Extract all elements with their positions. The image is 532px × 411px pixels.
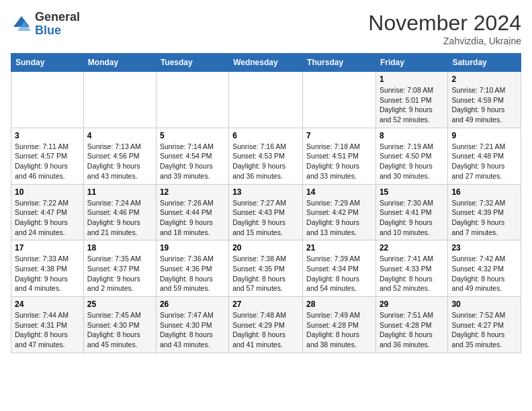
calendar-cell: 22Sunrise: 7:41 AM Sunset: 4:33 PM Dayli… (375, 240, 447, 297)
calendar-cell: 8Sunrise: 7:19 AM Sunset: 4:50 PM Daylig… (375, 128, 447, 184)
week-row-2: 3Sunrise: 7:11 AM Sunset: 4:57 PM Daylig… (11, 128, 521, 184)
week-row-1: 1Sunrise: 7:08 AM Sunset: 5:01 PM Daylig… (11, 72, 521, 128)
calendar-cell: 2Sunrise: 7:10 AM Sunset: 4:59 PM Daylig… (448, 72, 521, 128)
logo-text: General Blue (35, 11, 80, 38)
day-number: 6 (232, 131, 299, 140)
calendar-cell: 16Sunrise: 7:32 AM Sunset: 4:39 PM Dayli… (448, 184, 521, 240)
day-number: 12 (160, 187, 225, 197)
week-row-3: 10Sunrise: 7:22 AM Sunset: 4:47 PM Dayli… (11, 184, 521, 240)
calendar-cell (303, 72, 376, 128)
day-number: 16 (451, 187, 517, 197)
calendar-cell: 12Sunrise: 7:26 AM Sunset: 4:44 PM Dayli… (156, 184, 228, 240)
week-row-4: 17Sunrise: 7:33 AM Sunset: 4:38 PM Dayli… (11, 240, 521, 297)
day-number: 22 (380, 243, 444, 253)
calendar-cell: 15Sunrise: 7:30 AM Sunset: 4:41 PM Dayli… (375, 184, 447, 240)
calendar-cell: 24Sunrise: 7:44 AM Sunset: 4:31 PM Dayli… (11, 297, 84, 353)
calendar-cell: 28Sunrise: 7:49 AM Sunset: 4:28 PM Dayli… (303, 297, 376, 353)
day-number: 29 (380, 300, 444, 309)
calendar-cell: 29Sunrise: 7:51 AM Sunset: 4:28 PM Dayli… (375, 297, 447, 353)
day-info: Sunrise: 7:27 AM Sunset: 4:43 PM Dayligh… (232, 199, 286, 236)
day-number: 17 (15, 243, 80, 253)
weekday-header-saturday: Saturday (448, 54, 521, 72)
day-info: Sunrise: 7:38 AM Sunset: 4:35 PM Dayligh… (232, 255, 286, 292)
day-number: 2 (451, 75, 517, 84)
weekday-header-row: SundayMondayTuesdayWednesdayThursdayFrid… (11, 54, 521, 72)
day-info: Sunrise: 7:26 AM Sunset: 4:44 PM Dayligh… (160, 199, 214, 236)
calendar-cell: 7Sunrise: 7:18 AM Sunset: 4:51 PM Daylig… (303, 128, 376, 184)
day-info: Sunrise: 7:21 AM Sunset: 4:48 PM Dayligh… (451, 142, 505, 180)
calendar-cell (229, 72, 303, 128)
day-number: 19 (160, 243, 225, 253)
calendar-cell: 27Sunrise: 7:48 AM Sunset: 4:29 PM Dayli… (229, 297, 303, 353)
logo-blue: Blue (35, 24, 80, 38)
calendar-cell: 30Sunrise: 7:52 AM Sunset: 4:27 PM Dayli… (448, 297, 521, 353)
calendar-cell: 20Sunrise: 7:38 AM Sunset: 4:35 PM Dayli… (229, 240, 303, 297)
calendar-cell: 14Sunrise: 7:29 AM Sunset: 4:42 PM Dayli… (303, 184, 376, 240)
calendar-cell: 4Sunrise: 7:13 AM Sunset: 4:56 PM Daylig… (83, 128, 156, 184)
day-number: 4 (87, 131, 152, 140)
day-info: Sunrise: 7:42 AM Sunset: 4:32 PM Dayligh… (451, 255, 505, 292)
weekday-header-thursday: Thursday (303, 54, 376, 72)
day-number: 11 (87, 187, 152, 197)
calendar-cell: 9Sunrise: 7:21 AM Sunset: 4:48 PM Daylig… (448, 128, 521, 184)
day-number: 30 (451, 300, 517, 309)
day-info: Sunrise: 7:45 AM Sunset: 4:30 PM Dayligh… (87, 311, 141, 349)
day-number: 9 (451, 131, 517, 140)
day-info: Sunrise: 7:44 AM Sunset: 4:31 PM Dayligh… (15, 311, 69, 349)
day-number: 1 (380, 75, 444, 84)
day-info: Sunrise: 7:11 AM Sunset: 4:57 PM Dayligh… (15, 142, 69, 180)
calendar-cell: 19Sunrise: 7:36 AM Sunset: 4:36 PM Dayli… (156, 240, 228, 297)
calendar-cell (83, 72, 156, 128)
calendar-cell: 21Sunrise: 7:39 AM Sunset: 4:34 PM Dayli… (303, 240, 376, 297)
calendar-cell: 13Sunrise: 7:27 AM Sunset: 4:43 PM Dayli… (229, 184, 303, 240)
day-info: Sunrise: 7:33 AM Sunset: 4:38 PM Dayligh… (15, 255, 69, 292)
calendar-cell: 3Sunrise: 7:11 AM Sunset: 4:57 PM Daylig… (11, 128, 84, 184)
day-number: 21 (306, 243, 372, 253)
day-number: 23 (451, 243, 517, 253)
day-number: 20 (232, 243, 299, 253)
logo-icon (11, 13, 32, 35)
page-header: General Blue November 2024 Zahvizdia, Uk… (11, 11, 521, 46)
day-info: Sunrise: 7:29 AM Sunset: 4:42 PM Dayligh… (306, 199, 360, 236)
logo: General Blue (11, 11, 80, 38)
day-info: Sunrise: 7:51 AM Sunset: 4:28 PM Dayligh… (380, 311, 433, 349)
day-info: Sunrise: 7:18 AM Sunset: 4:51 PM Dayligh… (306, 142, 360, 180)
day-number: 5 (160, 131, 225, 140)
calendar-cell: 1Sunrise: 7:08 AM Sunset: 5:01 PM Daylig… (375, 72, 447, 128)
day-info: Sunrise: 7:32 AM Sunset: 4:39 PM Dayligh… (451, 199, 505, 236)
day-info: Sunrise: 7:24 AM Sunset: 4:46 PM Dayligh… (87, 199, 141, 236)
calendar-cell (11, 72, 84, 128)
weekday-header-wednesday: Wednesday (229, 54, 303, 72)
day-info: Sunrise: 7:35 AM Sunset: 4:37 PM Dayligh… (87, 255, 141, 292)
day-info: Sunrise: 7:49 AM Sunset: 4:28 PM Dayligh… (306, 311, 360, 349)
calendar-cell (156, 72, 228, 128)
day-info: Sunrise: 7:08 AM Sunset: 5:01 PM Dayligh… (380, 86, 433, 124)
day-number: 18 (87, 243, 152, 253)
day-info: Sunrise: 7:19 AM Sunset: 4:50 PM Dayligh… (380, 142, 433, 180)
day-number: 10 (15, 187, 80, 197)
location: Zahvizdia, Ukraine (368, 36, 521, 46)
day-number: 28 (306, 300, 372, 309)
day-info: Sunrise: 7:16 AM Sunset: 4:53 PM Dayligh… (232, 142, 286, 180)
calendar-cell: 10Sunrise: 7:22 AM Sunset: 4:47 PM Dayli… (11, 184, 84, 240)
month-title: November 2024 (368, 11, 521, 36)
day-number: 13 (232, 187, 299, 197)
calendar-cell: 26Sunrise: 7:47 AM Sunset: 4:30 PM Dayli… (156, 297, 228, 353)
calendar-cell: 23Sunrise: 7:42 AM Sunset: 4:32 PM Dayli… (448, 240, 521, 297)
weekday-header-tuesday: Tuesday (156, 54, 228, 72)
day-info: Sunrise: 7:39 AM Sunset: 4:34 PM Dayligh… (306, 255, 360, 292)
calendar-cell: 5Sunrise: 7:14 AM Sunset: 4:54 PM Daylig… (156, 128, 228, 184)
svg-marker-0 (13, 16, 30, 27)
day-number: 15 (380, 187, 444, 197)
day-info: Sunrise: 7:13 AM Sunset: 4:56 PM Dayligh… (87, 142, 141, 180)
calendar-cell: 11Sunrise: 7:24 AM Sunset: 4:46 PM Dayli… (83, 184, 156, 240)
day-info: Sunrise: 7:22 AM Sunset: 4:47 PM Dayligh… (15, 199, 69, 236)
calendar-cell: 17Sunrise: 7:33 AM Sunset: 4:38 PM Dayli… (11, 240, 84, 297)
weekday-header-friday: Friday (375, 54, 447, 72)
title-block: November 2024 Zahvizdia, Ukraine (368, 11, 521, 46)
calendar-cell: 25Sunrise: 7:45 AM Sunset: 4:30 PM Dayli… (83, 297, 156, 353)
day-info: Sunrise: 7:41 AM Sunset: 4:33 PM Dayligh… (380, 255, 433, 292)
week-row-5: 24Sunrise: 7:44 AM Sunset: 4:31 PM Dayli… (11, 297, 521, 353)
day-info: Sunrise: 7:48 AM Sunset: 4:29 PM Dayligh… (232, 311, 286, 349)
day-info: Sunrise: 7:47 AM Sunset: 4:30 PM Dayligh… (160, 311, 214, 349)
